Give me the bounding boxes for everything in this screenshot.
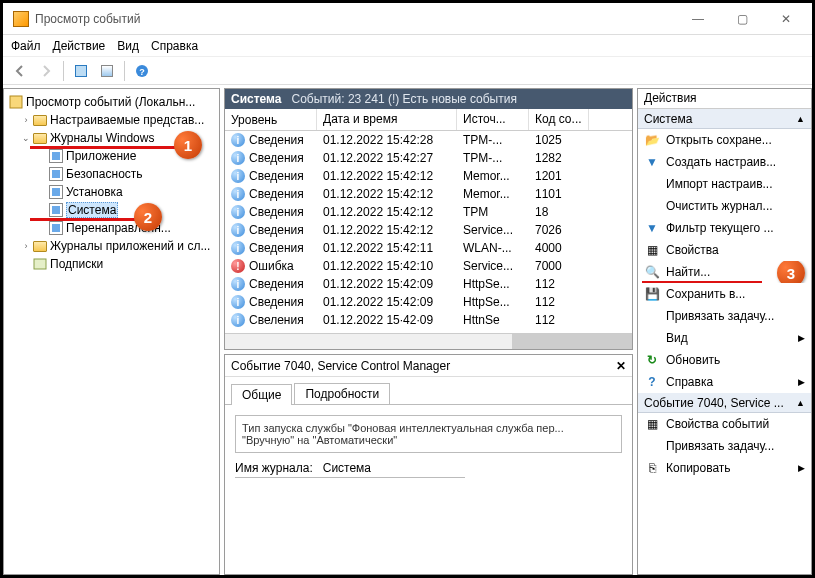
grid-title: СистемаСобытий: 23 241 (!) Есть новые со… [225, 89, 632, 109]
info-icon: i [231, 295, 245, 309]
action-icon: ? [644, 374, 660, 390]
action-icon: 📂 [644, 132, 660, 148]
action-item[interactable]: Привязать задачу... [638, 305, 811, 327]
svg-rect-3 [34, 259, 46, 269]
action-icon: ⎘ [644, 460, 660, 476]
table-row[interactable]: iСведения01.12.2022 15:42:12TPM18 [225, 203, 632, 221]
event-grid-pane: СистемаСобытий: 23 241 (!) Есть новые со… [224, 88, 633, 350]
action-label: Копировать [666, 461, 731, 475]
menu-action[interactable]: Действие [53, 39, 106, 53]
action-label: Свойства [666, 243, 719, 257]
info-icon: i [231, 241, 245, 255]
info-icon: i [231, 223, 245, 237]
menubar: Файл Действие Вид Справка [3, 35, 812, 57]
tab-general[interactable]: Общие [231, 384, 292, 405]
action-label: Привязать задачу... [666, 439, 774, 453]
tree-system[interactable]: Система 2 [4, 201, 219, 219]
action-icon: 💾 [644, 286, 660, 302]
table-row[interactable]: iСведения01.12.2022 15:42:09HttpSe...112 [225, 293, 632, 311]
action-icon: ▦ [644, 416, 660, 432]
action-item[interactable]: ▦Свойства [638, 239, 811, 261]
toolbar-help[interactable]: ? [131, 60, 153, 82]
detail-close-icon[interactable]: ✕ [616, 359, 626, 373]
maximize-button[interactable]: ▢ [720, 5, 764, 33]
detail-title: Событие 7040, Service Control Manager [231, 359, 450, 373]
table-row[interactable]: iСведения01.12.2022 15:42:28TPM-...1025 [225, 131, 632, 149]
back-button[interactable] [9, 60, 31, 82]
info-icon: i [231, 133, 245, 147]
action-item[interactable]: 💾Сохранить в... [638, 283, 811, 305]
svg-text:?: ? [139, 67, 145, 77]
error-icon: ! [231, 259, 245, 273]
info-icon: i [231, 277, 245, 291]
actions-section-2[interactable]: Событие 7040, Service ...▲ [638, 393, 811, 413]
action-label: Привязать задачу... [666, 309, 774, 323]
action-label: Импорт настраив... [666, 177, 773, 191]
h-scrollbar[interactable] [225, 333, 632, 349]
toolbar-btn-1[interactable] [70, 60, 92, 82]
action-icon: 🔍 [644, 264, 660, 280]
toolbar: ? [3, 57, 812, 85]
action-label: Фильтр текущего ... [666, 221, 774, 235]
action-item[interactable]: ▦Свойства событий [638, 413, 811, 435]
menu-file[interactable]: Файл [11, 39, 41, 53]
table-row[interactable]: iСвеления01.12.2022 15·42·09HttnSe112 [225, 311, 632, 329]
action-icon: ↻ [644, 352, 660, 368]
table-row[interactable]: !Ошибка01.12.2022 15:42:10Service...7000 [225, 257, 632, 275]
info-icon: i [231, 169, 245, 183]
tree-security[interactable]: Безопасность [4, 165, 219, 183]
titlebar: Просмотр событий — ▢ ✕ [3, 3, 812, 35]
minimize-button[interactable]: — [676, 5, 720, 33]
info-icon: i [231, 151, 245, 165]
action-icon: ▼ [644, 220, 660, 236]
toolbar-btn-2[interactable] [96, 60, 118, 82]
forward-button[interactable] [35, 60, 57, 82]
tree-custom[interactable]: ›Настраиваемые представ... [4, 111, 219, 129]
table-row[interactable]: iСведения01.12.2022 15:42:12Memor...1101 [225, 185, 632, 203]
action-item[interactable]: ▼Фильтр текущего ... [638, 217, 811, 239]
tab-details[interactable]: Подробности [294, 383, 390, 404]
action-item[interactable]: ?Справка▶ [638, 371, 811, 393]
tree-root[interactable]: Просмотр событий (Локальн... [4, 93, 219, 111]
action-item[interactable]: ▼Создать настраив... [638, 151, 811, 173]
actions-title: Действия [638, 89, 811, 109]
action-label: Справка [666, 375, 713, 389]
tree-subs[interactable]: Подписки [4, 255, 219, 273]
action-icon [644, 198, 660, 214]
table-row[interactable]: iСведения01.12.2022 15:42:27TPM-...1282 [225, 149, 632, 167]
action-label: Сохранить в... [666, 287, 745, 301]
table-row[interactable]: iСведения01.12.2022 15:42:12Service...70… [225, 221, 632, 239]
app-icon [13, 11, 29, 27]
grid-body[interactable]: iСведения01.12.2022 15:42:28TPM-...1025i… [225, 131, 632, 333]
actions-section-1[interactable]: Система▲ [638, 109, 811, 129]
callout-3: 3 [777, 261, 805, 283]
table-row[interactable]: iСведения01.12.2022 15:42:11WLAN-...4000 [225, 239, 632, 257]
action-label: Вид [666, 331, 688, 345]
action-item[interactable]: ↻Обновить [638, 349, 811, 371]
action-label: Открыть сохране... [666, 133, 772, 147]
info-icon: i [231, 313, 245, 327]
menu-view[interactable]: Вид [117, 39, 139, 53]
menu-help[interactable]: Справка [151, 39, 198, 53]
action-item[interactable]: 📂Открыть сохране... [638, 129, 811, 151]
callout-2: 2 [134, 203, 162, 231]
action-item[interactable]: 🔍Найти...3 [638, 261, 811, 283]
table-row[interactable]: iСведения01.12.2022 15:42:09HttpSe...112 [225, 275, 632, 293]
action-item[interactable]: Импорт настраив... [638, 173, 811, 195]
action-item[interactable]: Вид▶ [638, 327, 811, 349]
action-icon [644, 438, 660, 454]
action-item[interactable]: Очистить журнал... [638, 195, 811, 217]
log-label: Имя журнала: [235, 461, 313, 475]
detail-pane: Событие 7040, Service Control Manager ✕ … [224, 354, 633, 575]
tree-appservices[interactable]: ›Журналы приложений и сл... [4, 237, 219, 255]
action-item[interactable]: ⎘Копировать▶ [638, 457, 811, 479]
detail-message: Тип запуска службы "Фоновая интеллектуал… [235, 415, 622, 453]
tree-setup[interactable]: Установка [4, 183, 219, 201]
tree-forwarded[interactable]: Перенаправленн... [4, 219, 219, 237]
table-row[interactable]: iСведения01.12.2022 15:42:12Memor...1201 [225, 167, 632, 185]
action-item[interactable]: Привязать задачу... [638, 435, 811, 457]
close-button[interactable]: ✕ [764, 5, 808, 33]
grid-header[interactable]: Уровень Дата и время Источ... Код со... [225, 109, 632, 131]
tree-winlogs[interactable]: ⌄Журналы Windows 1 [4, 129, 219, 147]
tree-pane: Просмотр событий (Локальн... ›Настраивае… [3, 88, 220, 575]
